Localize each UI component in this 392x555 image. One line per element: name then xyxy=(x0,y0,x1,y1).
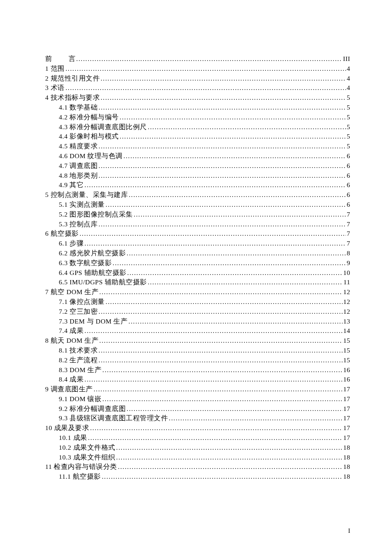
toc-leader-dots xyxy=(102,396,342,402)
toc-entry-label: 10 成果及要求 xyxy=(45,425,89,431)
toc-entry-label: 7.2 空三加密 xyxy=(59,308,98,315)
toc-entry: 5.3 控制点库7 xyxy=(45,221,350,228)
toc-entry-label: 4.5 精度要求 xyxy=(59,143,98,150)
toc-leader-dots xyxy=(134,211,346,218)
toc-entry-label: 6.4 GPS 辅助航空摄影 xyxy=(59,269,127,276)
toc-entry-label: 6.2 感光胶片航空摄影 xyxy=(59,250,126,257)
toc-entry-label: 4.1 数学基础 xyxy=(59,104,98,111)
toc-entry: 10 成果及要求17 xyxy=(45,425,350,431)
toc-entry-label: 前言 xyxy=(45,55,75,62)
toc-entry-label: 4.7 调查底图 xyxy=(59,162,98,169)
toc-entry-page: 8 xyxy=(347,250,350,257)
toc-entry: 6.3 数字航空摄影9 xyxy=(45,260,350,266)
toc-entry: 8.4 成果16 xyxy=(45,376,350,383)
toc-leader-dots xyxy=(98,308,342,315)
toc-entry-page: 12 xyxy=(343,298,351,305)
toc-leader-dots xyxy=(169,415,342,422)
toc-leader-dots xyxy=(101,75,346,82)
toc-entry-page: 9 xyxy=(347,260,350,266)
toc-entry: 8.3 DOM 生产16 xyxy=(45,367,350,373)
toc-entry-label: 11 检查内容与错误分类 xyxy=(45,463,117,470)
toc-entry-page: 10 xyxy=(343,269,351,276)
toc-entry-page: 18 xyxy=(343,444,351,451)
toc-entry-page: 17 xyxy=(343,405,351,412)
toc-entry: 7.2 空三加密12 xyxy=(45,308,350,315)
toc-entry-page: 6 xyxy=(347,153,350,159)
toc-entry-page: 16 xyxy=(343,376,351,383)
toc-leader-dots xyxy=(120,114,346,121)
toc-entry: 1 范围4 xyxy=(45,65,350,72)
toc-leader-dots xyxy=(98,357,342,364)
toc-entry: 6.2 感光胶片航空摄影8 xyxy=(45,250,350,257)
toc-entry: 7.4 成果14 xyxy=(45,327,350,334)
toc-entry-label: 10.1 成果 xyxy=(59,434,87,441)
toc-entry: 6 航空摄影7 xyxy=(45,230,350,237)
toc-leader-dots xyxy=(148,279,343,286)
toc-entry: 9.3 县级辖区调查底图工程管理文件17 xyxy=(45,415,350,422)
toc-entry: 6.4 GPS 辅助航空摄影10 xyxy=(45,269,350,276)
toc-entry-label: 4.2 标准分幅与编号 xyxy=(59,114,119,121)
toc-entry-label: 7.1 像控点测量 xyxy=(59,298,105,305)
toc-leader-dots xyxy=(88,434,343,441)
toc-entry: 4.7 调查底图6 xyxy=(45,162,350,169)
toc-entry-label: 11.1 航空摄影 xyxy=(59,473,101,480)
toc-entry-label: 6 航空摄影 xyxy=(45,230,79,237)
toc-entry-label: 9 调查底图生产 xyxy=(45,386,93,393)
toc-leader-dots xyxy=(76,55,342,62)
toc-leader-dots xyxy=(127,405,342,412)
toc-leader-dots xyxy=(116,454,343,461)
toc-entry-page: 12 xyxy=(343,289,351,295)
toc-entry-page: 17 xyxy=(343,396,351,402)
toc-leader-dots xyxy=(98,221,346,228)
toc-entry-label: 4 技术指标与要求 xyxy=(45,94,100,101)
toc-entry-page: 7 xyxy=(347,221,350,228)
toc-entry-page: 17 xyxy=(343,434,351,441)
toc-entry-label: 8 航天 DOM 生产 xyxy=(45,337,98,344)
toc-leader-dots xyxy=(80,230,346,237)
toc-entry: 4.9 其它6 xyxy=(45,182,350,188)
toc-leader-dots xyxy=(84,327,342,334)
toc-leader-dots xyxy=(127,250,346,257)
toc-leader-dots xyxy=(127,269,343,276)
toc-entry: 7 航空 DOM 生产12 xyxy=(45,289,350,295)
toc-leader-dots xyxy=(101,94,346,101)
toc-leader-dots xyxy=(84,240,346,247)
toc-leader-dots xyxy=(90,425,342,431)
toc-page: 前言III1 范围42 规范性引用文件43 术语44 技术指标与要求54.1 数… xyxy=(0,0,392,504)
toc-leader-dots xyxy=(98,162,346,169)
toc-entry: 11.1 航空摄影18 xyxy=(45,473,350,480)
toc-entry: 4.4 影像时相与模式5 xyxy=(45,133,350,140)
toc-entry-page: 5 xyxy=(347,114,350,121)
toc-entry: 2 规范性引用文件4 xyxy=(45,75,350,82)
toc-entry-label: 5 控制点测量、采集与建库 xyxy=(45,191,128,198)
toc-entry-label: 6.3 数字航空摄影 xyxy=(59,260,112,266)
toc-entry: 8.2 生产流程15 xyxy=(45,357,350,364)
toc-leader-dots xyxy=(66,65,346,72)
toc-entry-label: 5.1 实测点测量 xyxy=(59,201,105,208)
toc-entry-page: 17 xyxy=(343,386,351,393)
toc-entry-page: 5 xyxy=(347,143,350,150)
toc-entry: 9.1 DOM 镶嵌17 xyxy=(45,396,350,402)
toc-entry-label: 4.4 影像时相与模式 xyxy=(59,133,119,140)
toc-entry: 10.2 成果文件格式18 xyxy=(45,444,350,451)
toc-entry-page: 7 xyxy=(347,211,350,218)
page-footer-number: I xyxy=(348,527,350,535)
toc-entry-label: 8.2 生产流程 xyxy=(59,357,98,364)
toc-entry-label: 5.2 图形图像控制点采集 xyxy=(59,211,133,218)
toc-entry-page: 14 xyxy=(343,327,351,334)
toc-entry-label: 7.3 DEM 与 DOM 生产 xyxy=(59,318,128,325)
toc-leader-dots xyxy=(98,172,346,179)
toc-entry-label: 4.9 其它 xyxy=(59,182,84,188)
toc-entry-page: 15 xyxy=(343,347,351,354)
toc-entry-label: 9.3 县级辖区调查底图工程管理文件 xyxy=(59,415,168,422)
toc-entry-page: 4 xyxy=(347,84,350,91)
toc-entry: 9 调查底图生产17 xyxy=(45,386,350,393)
toc-entry-page: 6 xyxy=(347,162,350,169)
toc-entry: 11 检查内容与错误分类18 xyxy=(45,463,350,470)
toc-entry: 7.3 DEM 与 DOM 生产13 xyxy=(45,318,350,325)
toc-entry-page: 6 xyxy=(347,201,350,208)
toc-leader-dots xyxy=(94,386,343,393)
toc-entry: 8 航天 DOM 生产15 xyxy=(45,337,350,344)
toc-entry-page: III xyxy=(343,55,350,62)
toc-entry-page: 6 xyxy=(347,191,350,198)
